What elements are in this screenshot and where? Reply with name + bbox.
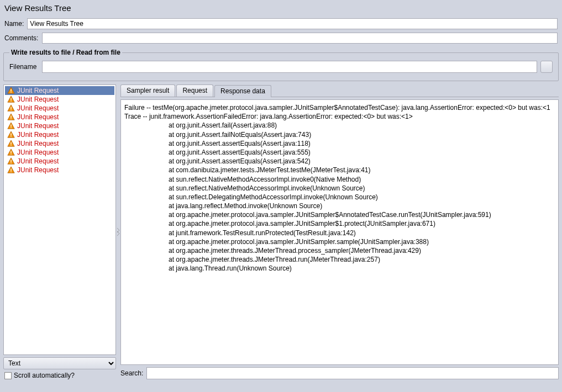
tab-response-data[interactable]: Response data xyxy=(214,85,271,97)
svg-rect-14 xyxy=(10,151,11,153)
svg-rect-5 xyxy=(10,110,11,110)
tree-item[interactable]: JUnit Request xyxy=(5,121,114,130)
tree-item[interactable]: JUnit Request xyxy=(5,139,114,148)
name-label: Name: xyxy=(4,20,27,28)
svg-rect-1 xyxy=(10,92,11,93)
view-type-select[interactable]: Text xyxy=(3,357,116,369)
tree-item-label: JUnit Request xyxy=(17,87,59,94)
svg-rect-17 xyxy=(10,163,11,163)
tree-item[interactable]: JUnit Request xyxy=(5,148,114,157)
tab-bar: Sampler resultRequestResponse data xyxy=(120,84,559,97)
tree-item[interactable]: JUnit Request xyxy=(5,95,114,104)
tab-request[interactable]: Request xyxy=(176,84,213,97)
tree-item[interactable]: JUnit Request xyxy=(5,86,114,95)
name-input[interactable] xyxy=(27,18,558,29)
svg-rect-0 xyxy=(10,89,11,91)
tree-item-label: JUnit Request xyxy=(17,96,59,103)
svg-rect-2 xyxy=(10,98,11,100)
response-data-content[interactable]: Failure -- testMe(org.apache.jmeter.prot… xyxy=(120,99,559,365)
svg-rect-3 xyxy=(10,101,11,102)
browse-button[interactable] xyxy=(540,61,553,73)
tree-item-label: JUnit Request xyxy=(17,140,59,147)
tree-item-label: JUnit Request xyxy=(17,166,59,174)
svg-rect-8 xyxy=(10,124,11,126)
results-tree[interactable]: JUnit RequestJUnit RequestJUnit RequestJ… xyxy=(3,84,116,355)
filename-input[interactable] xyxy=(42,61,537,73)
page-title: View Results Tree xyxy=(4,3,558,13)
svg-rect-11 xyxy=(10,136,11,137)
comments-input[interactable] xyxy=(42,33,558,44)
svg-rect-7 xyxy=(10,119,11,119)
svg-rect-4 xyxy=(10,107,11,109)
splitter-handle[interactable] xyxy=(116,84,120,379)
scroll-auto-checkbox[interactable] xyxy=(4,372,12,379)
svg-rect-13 xyxy=(10,145,11,146)
tree-item-label: JUnit Request xyxy=(17,131,59,139)
file-section: Write results to file / Read from file F… xyxy=(3,52,559,81)
comments-label: Comments: xyxy=(4,34,42,42)
filename-label: Filename xyxy=(9,63,39,71)
tree-item[interactable]: JUnit Request xyxy=(5,166,114,174)
tree-item[interactable]: JUnit Request xyxy=(5,130,114,139)
tab-sampler-result[interactable]: Sampler result xyxy=(120,84,175,97)
svg-rect-6 xyxy=(10,115,11,118)
tree-item-label: JUnit Request xyxy=(17,157,59,165)
svg-rect-15 xyxy=(10,154,11,155)
file-section-title: Write results to file / Read from file xyxy=(9,49,122,56)
svg-rect-18 xyxy=(10,168,11,171)
svg-rect-10 xyxy=(10,133,11,135)
tree-item-label: JUnit Request xyxy=(17,122,59,130)
scroll-auto-label: Scroll automatically? xyxy=(14,372,75,379)
tree-item-label: JUnit Request xyxy=(17,113,59,121)
tree-item[interactable]: JUnit Request xyxy=(5,157,114,166)
tree-item-label: JUnit Request xyxy=(17,149,59,156)
search-label: Search: xyxy=(120,369,143,377)
svg-rect-9 xyxy=(10,128,11,128)
tree-item[interactable]: JUnit Request xyxy=(5,104,114,113)
search-input[interactable] xyxy=(146,367,559,379)
tree-item-label: JUnit Request xyxy=(17,104,59,112)
svg-rect-16 xyxy=(10,160,11,162)
svg-rect-12 xyxy=(10,142,11,144)
tree-item[interactable]: JUnit Request xyxy=(5,113,114,121)
svg-rect-19 xyxy=(10,172,11,172)
